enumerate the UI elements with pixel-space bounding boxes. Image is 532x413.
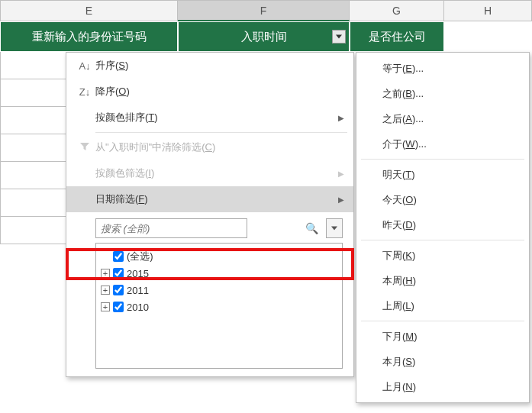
filter-dropdown-button[interactable] xyxy=(332,30,346,44)
menu-separator xyxy=(361,240,524,240)
column-head-h[interactable]: H xyxy=(444,0,532,21)
checkbox-year[interactable] xyxy=(113,302,124,312)
date-filter-submenu: 等于(E)... 之前(B)... 之后(A)... 介于(W)... 明天(T… xyxy=(356,52,530,403)
submenu-arrow-icon: ▶ xyxy=(338,114,344,122)
filter-tomorrow[interactable]: 明天(T) xyxy=(356,162,529,187)
header-label: 重新输入的身份证号码 xyxy=(32,30,147,43)
tree-year-item[interactable]: + 2015 xyxy=(101,265,337,282)
filter-menu: A↓ 升序(S) Z↓ 降序(O) 按颜色排序(T) ▶ 从"入职时间"中清除筛… xyxy=(66,52,354,377)
filter-next-week[interactable]: 下周(K) xyxy=(356,243,529,268)
sort-by-color-item[interactable]: 按颜色排序(T) ▶ xyxy=(66,105,353,131)
menu-label: 日期筛选(F) xyxy=(95,192,338,206)
search-row: 🔍 xyxy=(95,218,343,238)
filter-last-month[interactable]: 上月(N) xyxy=(356,374,529,399)
value-tree[interactable]: (全选) + 2015 + 2011 + 2010 xyxy=(95,243,343,369)
filter-equals[interactable]: 等于(E)... xyxy=(356,56,529,81)
sort-desc-item[interactable]: Z↓ 降序(O) xyxy=(66,79,353,105)
menu-label: 升序(S) xyxy=(95,59,344,73)
expand-icon[interactable]: + xyxy=(101,302,110,311)
filter-by-color-item: 按颜色筛选(I) ▶ xyxy=(66,160,353,186)
clear-filter-icon xyxy=(74,140,95,155)
tree-select-all[interactable]: (全选) xyxy=(101,248,337,265)
column-head-g[interactable]: G xyxy=(350,0,444,21)
search-icon: 🔍 xyxy=(305,222,318,234)
sort-asc-icon: A↓ xyxy=(74,60,95,72)
header-cell-id: 重新输入的身份证号码 xyxy=(0,21,178,52)
checkbox-select-all[interactable] xyxy=(113,251,124,262)
table-header-row: 重新输入的身份证号码 入职时间 是否住公司 xyxy=(0,21,532,52)
filter-before[interactable]: 之前(B)... xyxy=(356,81,529,106)
tree-label: 2015 xyxy=(127,268,149,279)
tree-year-item[interactable]: + 2010 xyxy=(101,298,337,315)
checkbox-year[interactable] xyxy=(113,268,124,279)
search-input[interactable] xyxy=(95,218,247,238)
checkbox-year[interactable] xyxy=(113,285,124,295)
menu-separator xyxy=(361,159,524,160)
header-cell-empty xyxy=(444,21,532,52)
header-label: 是否住公司 xyxy=(369,30,426,43)
filter-next-month[interactable]: 下月(M) xyxy=(356,324,529,349)
expand-icon[interactable]: + xyxy=(101,286,110,295)
search-dropdown-button[interactable] xyxy=(326,218,343,238)
sort-asc-item[interactable]: A↓ 升序(S) xyxy=(66,53,353,79)
submenu-arrow-icon: ▶ xyxy=(338,195,344,204)
menu-separator xyxy=(95,132,347,133)
menu-label: 从"入职时间"中清除筛选(C) xyxy=(95,140,344,154)
svg-marker-0 xyxy=(336,35,342,39)
submenu-arrow-icon: ▶ xyxy=(338,169,344,178)
filter-this-month[interactable]: 本月(S) xyxy=(356,349,529,374)
filter-after[interactable]: 之后(A)... xyxy=(356,106,529,131)
menu-separator xyxy=(361,321,524,321)
menu-label: 按颜色排序(T) xyxy=(95,111,338,124)
filter-last-week[interactable]: 上周(L) xyxy=(356,293,529,318)
tree-label: (全选) xyxy=(127,250,153,263)
column-head-f[interactable]: F xyxy=(178,0,350,21)
tree-label: 2011 xyxy=(127,285,149,296)
filter-today[interactable]: 今天(O) xyxy=(356,187,529,212)
menu-label: 降序(O) xyxy=(95,85,344,98)
tree-year-item[interactable]: + 2011 xyxy=(101,282,337,298)
expand-icon[interactable]: + xyxy=(101,269,110,278)
column-letter-headers: E F G H xyxy=(0,0,532,21)
header-cell-hiredate: 入职时间 xyxy=(178,21,350,52)
sort-desc-icon: Z↓ xyxy=(74,86,95,98)
tree-label: 2010 xyxy=(127,302,149,313)
filter-yesterday[interactable]: 昨天(D) xyxy=(356,212,529,237)
filter-this-week[interactable]: 本周(H) xyxy=(356,268,529,293)
header-cell-livecompany: 是否住公司 xyxy=(350,21,444,52)
header-label: 入职时间 xyxy=(241,30,287,43)
column-head-e[interactable]: E xyxy=(0,0,178,21)
filter-between[interactable]: 介于(W)... xyxy=(356,131,529,156)
svg-marker-1 xyxy=(331,227,337,231)
clear-filter-item: 从"入职时间"中清除筛选(C) xyxy=(66,134,353,160)
menu-label: 按颜色筛选(I) xyxy=(95,166,338,180)
date-filter-item[interactable]: 日期筛选(F) ▶ xyxy=(66,186,353,212)
